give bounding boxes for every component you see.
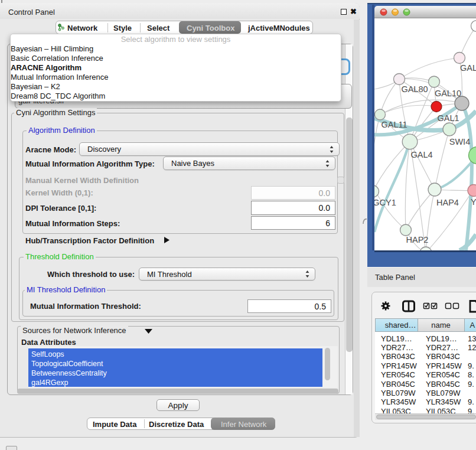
svg-text:GAL1: GAL1: [437, 113, 459, 123]
svg-text:GAL11: GAL11: [381, 120, 407, 129]
svg-text:HAP4: HAP4: [436, 198, 459, 207]
svg-text:YM: YM: [471, 197, 476, 207]
svg-text:HAP2: HAP2: [406, 235, 429, 244]
svg-text:GAL7: GAL7: [460, 63, 476, 73]
svg-text:GAL80: GAL80: [401, 84, 428, 94]
svg-text:GAL10: GAL10: [435, 89, 461, 98]
svg-text:GAL4: GAL4: [410, 150, 432, 159]
svg-text:SWI4: SWI4: [449, 137, 470, 146]
svg-text:GCY1: GCY1: [374, 198, 396, 207]
